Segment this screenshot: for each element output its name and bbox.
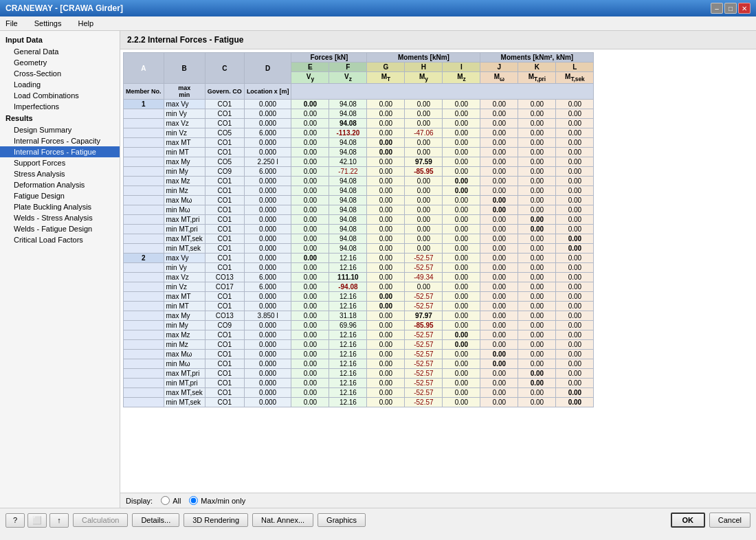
- sidebar-section-input: Input Data: [0, 34, 120, 46]
- table-row: min MT,priCO10.0000.0094.080.000.000.000…: [124, 225, 594, 234]
- col-header-d: D: [244, 53, 291, 84]
- sidebar-item-design-summary[interactable]: Design Summary: [0, 124, 120, 135]
- col-span-moments2: Moments [kNm², kNm]: [480, 53, 594, 63]
- display-all-option[interactable]: All: [161, 496, 181, 505]
- menu-help[interactable]: Help: [75, 18, 96, 29]
- display-label: Display:: [126, 497, 153, 505]
- table-row: min MzCO10.0000.0012.160.00-52.570.000.0…: [124, 340, 594, 350]
- col-sub-member: Member No.: [124, 84, 164, 100]
- col-header-mtpri: MT,pri: [518, 72, 556, 84]
- window-title: CRANEWAY - [CRAWA Girder]: [5, 3, 123, 13]
- minimize-button[interactable]: –: [711, 3, 723, 14]
- nat-annex-button[interactable]: Nat. Annex...: [252, 513, 313, 527]
- menu-file[interactable]: File: [3, 18, 21, 29]
- save-button[interactable]: ⬜: [27, 513, 47, 528]
- col-header-j: J: [480, 63, 518, 72]
- table-row: max MωCO10.0000.0012.160.00-52.570.000.0…: [124, 350, 594, 359]
- col-header-mt: MT: [367, 72, 405, 84]
- sidebar-section-results: Results: [0, 112, 120, 124]
- sidebar-item-cross-section[interactable]: Cross-Section: [0, 68, 120, 79]
- col-sub-empty: [291, 84, 594, 100]
- col-sub-x: Location x [m]: [244, 84, 291, 100]
- table-row: min MT,sekCO10.0000.0012.160.00-52.570.0…: [124, 398, 594, 407]
- table-row: min VyCO10.0000.0094.080.000.000.000.000…: [124, 109, 594, 119]
- col-header-vz: Vz: [329, 72, 367, 84]
- sidebar-item-geometry[interactable]: Geometry: [0, 57, 120, 68]
- title-bar: CRANEWAY - [CRAWA Girder] – □ ✕: [0, 0, 756, 16]
- sidebar-item-welds-stress[interactable]: Welds - Stress Analysis: [0, 212, 120, 223]
- col-header-a: A: [124, 53, 164, 84]
- content-title: 2.2.2 Internal Forces - Fatigue: [120, 31, 756, 49]
- radio-maxmin-label: Max/min only: [201, 497, 245, 505]
- sidebar-item-internal-forces-capacity[interactable]: Internal Forces - Capacity: [0, 135, 120, 146]
- table-row: 2max VyCO10.0000.0012.160.00-52.570.000.…: [124, 254, 594, 263]
- table-container[interactable]: A B C D Forces [kN] Moments [kNm] Moment…: [120, 49, 756, 493]
- table-row: 1max VyCO10.0000.0094.080.000.000.000.00…: [124, 100, 594, 109]
- cancel-button[interactable]: Cancel: [709, 513, 751, 528]
- col-header-l: L: [556, 63, 594, 72]
- sidebar-item-deformation-analysis[interactable]: Deformation Analysis: [0, 179, 120, 190]
- table-row: min VyCO10.0000.0012.160.00-52.570.000.0…: [124, 263, 594, 273]
- 3d-rendering-button[interactable]: 3D Rendering: [184, 513, 248, 527]
- col-header-g: G: [367, 63, 405, 72]
- table-row: min MT,priCO10.0000.0012.160.00-52.570.0…: [124, 379, 594, 388]
- print-button[interactable]: ↑: [49, 513, 69, 528]
- col-header-c: C: [205, 53, 244, 84]
- col-header-h: H: [405, 63, 443, 72]
- sidebar-item-support-forces[interactable]: Support Forces: [0, 157, 120, 168]
- maximize-button[interactable]: □: [724, 3, 737, 14]
- col-header-e: E: [291, 63, 329, 72]
- sidebar-item-imperfections[interactable]: Imperfections: [0, 101, 120, 112]
- window-controls: – □ ✕: [711, 3, 751, 14]
- table-row: max MyCO133.850 l0.0031.180.0097.970.000…: [124, 311, 594, 321]
- menu-settings[interactable]: Settings: [32, 18, 65, 29]
- help-button[interactable]: ?: [5, 513, 25, 528]
- table-row: min MT,sekCO10.0000.0094.080.000.000.000…: [124, 244, 594, 254]
- display-maxmin-option[interactable]: Max/min only: [189, 496, 245, 505]
- col-header-i: I: [443, 63, 480, 72]
- sidebar-item-load-combinations[interactable]: Load Combinations: [0, 90, 120, 101]
- table-row: max MTCO10.0000.0094.080.000.000.000.000…: [124, 138, 594, 148]
- sidebar-item-plate-buckling[interactable]: Plate Buckling Analysis: [0, 201, 120, 212]
- table-row: max MzCO10.0000.0012.160.00-52.570.000.0…: [124, 330, 594, 340]
- sidebar-item-fatigue-design[interactable]: Fatigue Design: [0, 190, 120, 201]
- table-row: max MTCO10.0000.0012.160.00-52.570.000.0…: [124, 292, 594, 302]
- table-row: max MωCO10.0000.0094.080.000.000.000.000…: [124, 196, 594, 205]
- col-span-forces: Forces [kN]: [291, 53, 367, 63]
- col-header-b: B: [164, 53, 205, 84]
- radio-all[interactable]: [161, 496, 170, 505]
- table-row: max MT,priCO10.0000.0012.160.00-52.570.0…: [124, 369, 594, 379]
- col-sub-co: Govern. CO: [205, 84, 244, 100]
- table-row: max MyCO52.250 l0.0042.100.0097.590.000.…: [124, 157, 594, 167]
- sidebar-item-loading[interactable]: Loading: [0, 79, 120, 90]
- main-layout: Input Data General Data Geometry Cross-S…: [0, 31, 756, 508]
- sidebar-item-critical-load[interactable]: Critical Load Factors: [0, 234, 120, 245]
- content-area: 2.2.2 Internal Forces - Fatigue A B C D …: [120, 31, 756, 508]
- col-span-moments: Moments [kNm]: [367, 53, 480, 63]
- col-header-mz: Mz: [443, 72, 480, 84]
- radio-all-label: All: [173, 497, 181, 505]
- sidebar-item-welds-fatigue[interactable]: Welds - Fatigue Design: [0, 223, 120, 234]
- close-button[interactable]: ✕: [738, 3, 751, 14]
- table-row: max VzCO10.0000.0094.080.000.000.000.000…: [124, 119, 594, 128]
- dialog-buttons: OK Cancel: [671, 513, 751, 528]
- menu-bar: File Settings Help: [0, 16, 756, 31]
- table-row: min MzCO10.0000.0094.080.000.000.000.000…: [124, 186, 594, 196]
- table-row: max MzCO10.0000.0094.080.000.000.000.000…: [124, 177, 594, 186]
- table-row: min VzCO56.0000.00-113.200.00-47.060.000…: [124, 128, 594, 138]
- details-button[interactable]: Details...: [132, 513, 179, 527]
- col-header-mw: Mω: [480, 72, 518, 84]
- ok-button[interactable]: OK: [671, 513, 705, 528]
- sidebar-item-general-data[interactable]: General Data: [0, 46, 120, 57]
- data-table: A B C D Forces [kN] Moments [kNm] Moment…: [123, 52, 594, 407]
- sidebar-item-internal-forces-fatigue[interactable]: Internal Forces - Fatigue: [0, 146, 120, 157]
- graphics-button[interactable]: Graphics: [318, 513, 366, 527]
- calculation-button[interactable]: Calculation: [73, 513, 128, 527]
- sidebar-item-stress-analysis[interactable]: Stress Analysis: [0, 168, 120, 179]
- col-header-mtsek: MT,sek: [556, 72, 594, 84]
- radio-maxmin[interactable]: [189, 496, 198, 505]
- table-row: max VzCO136.0000.00111.100.00-49.340.000…: [124, 273, 594, 282]
- table-row: min MωCO10.0000.0094.080.000.000.000.000…: [124, 205, 594, 215]
- table-row: min MTCO10.0000.0012.160.00-52.570.000.0…: [124, 302, 594, 311]
- table-row: max MT,sekCO10.0000.0094.080.000.000.000…: [124, 234, 594, 244]
